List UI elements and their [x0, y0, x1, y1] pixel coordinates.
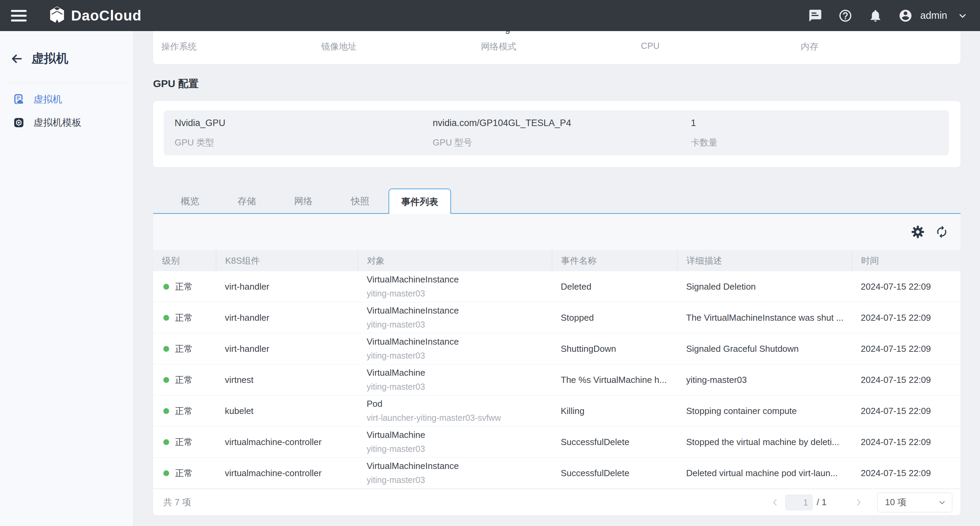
table-row: 正常 virtnest VirtualMachine yiting-master… — [153, 364, 961, 396]
object-type: VirtualMachine — [367, 430, 552, 440]
gpu-field: nvidia.com/GP104GL_TESLA_P4 GPU 型号 — [433, 118, 690, 156]
brand-name: DaoCloud — [71, 8, 142, 24]
time-cell: 2024-07-15 22:09 — [852, 281, 961, 292]
tabs-underline — [153, 213, 961, 214]
tab[interactable]: 概览 — [162, 189, 218, 214]
chat-icon[interactable] — [808, 8, 822, 23]
back-arrow-icon[interactable] — [10, 52, 23, 65]
field-label: 内存 — [800, 41, 961, 52]
component-cell: virtualmachine-controller — [216, 468, 358, 478]
component-cell: virt-handler — [216, 343, 358, 354]
table-row: 正常 virt-handler VirtualMachineInstance y… — [153, 333, 961, 364]
object-type: Pod — [367, 399, 552, 409]
table-row: 正常 virt-handler VirtualMachineInstance y… — [153, 271, 961, 302]
tab-label: 网络 — [294, 196, 313, 206]
user-avatar-icon[interactable] — [898, 8, 913, 23]
table-row: 正常 kubelet Pod virt-launcher-yiting-mast… — [153, 396, 961, 427]
object-name: yiting-master03 — [367, 289, 552, 299]
clipped-value: g — [505, 31, 510, 35]
page-number-input[interactable]: 1 — [785, 494, 813, 510]
object-cell: VirtualMachineInstance yiting-master03 — [358, 275, 552, 299]
tab[interactable]: 存储 — [218, 189, 275, 214]
sidebar-item[interactable]: 虚拟机模板 — [0, 111, 133, 134]
table-header: 级别 K8S组件 对象 事件名称 详细描述 时间 — [153, 250, 961, 271]
status-dot — [163, 284, 169, 290]
page: DaoCloud admin — [0, 0, 980, 526]
tab[interactable]: 快照 — [332, 189, 388, 214]
object-cell: VirtualMachine yiting-master03 — [358, 368, 552, 392]
status-label: 正常 — [175, 405, 193, 417]
select-chevron-down-icon — [938, 498, 947, 507]
time-cell: 2024-07-15 22:09 — [852, 343, 961, 354]
object-cell: Pod virt-launcher-yiting-master03-svfww — [358, 399, 552, 423]
description-cell: Deleted virtual machine pod virt-laun... — [677, 468, 852, 478]
status-label: 正常 — [175, 436, 193, 448]
event-name-cell: Deleted — [552, 281, 677, 292]
status-label: 正常 — [175, 374, 193, 386]
vm-template-icon — [13, 117, 25, 129]
page-size-select[interactable]: 10 项 — [877, 493, 952, 512]
gpu-field-value: nvidia.com/GP104GL_TESLA_P4 — [433, 118, 690, 129]
sidebar-item[interactable]: 虚拟机 — [0, 88, 133, 111]
gpu-section-title: GPU 配置 — [153, 77, 961, 91]
prev-page-chevron-icon[interactable] — [770, 497, 780, 507]
description-cell: Signaled Deletion — [677, 281, 852, 292]
description-cell: Signaled Graceful Shutdown — [677, 343, 852, 354]
object-name: yiting-master03 — [367, 320, 552, 330]
object-name: yiting-master03 — [367, 444, 552, 454]
time-cell: 2024-07-15 22:09 — [852, 375, 961, 385]
component-cell: virtualmachine-controller — [216, 437, 358, 447]
next-page-chevron-icon[interactable] — [854, 497, 864, 507]
user-menu-chevron-down-icon[interactable] — [958, 11, 968, 21]
gpu-field-value: Nvidia_GPU — [175, 118, 433, 129]
table-row: 正常 virtualmachine-controller VirtualMach… — [153, 427, 961, 458]
status-label: 正常 — [175, 343, 193, 355]
events-card: 级别 K8S组件 对象 事件名称 详细描述 时间 — [153, 214, 961, 515]
object-name: yiting-master03 — [367, 475, 552, 485]
status-label: 正常 — [175, 467, 193, 479]
table-row: 正常 virt-handler VirtualMachineInstance y… — [153, 302, 961, 333]
component-cell: kubelet — [216, 406, 358, 416]
object-cell: VirtualMachineInstance yiting-master03 — [358, 337, 552, 361]
sidebar-nav: 虚拟机 虚拟机模板 — [0, 83, 133, 134]
tab[interactable]: 网络 — [275, 189, 332, 214]
event-name-cell: Stopped — [552, 313, 677, 323]
object-cell: VirtualMachineInstance yiting-master03 — [358, 306, 552, 330]
table-body: 正常 virt-handler VirtualMachineInstance y… — [153, 271, 961, 489]
object-type: VirtualMachineInstance — [367, 306, 552, 316]
column-header: 时间 — [852, 250, 961, 271]
settings-gear-icon[interactable] — [911, 225, 924, 239]
time-cell: 2024-07-15 22:09 — [852, 437, 961, 447]
tab[interactable]: 事件列表 — [388, 189, 451, 214]
status-dot — [163, 408, 169, 414]
time-cell: 2024-07-15 22:09 — [852, 468, 961, 478]
description-cell: Stopped the virtual machine by deleti... — [677, 437, 852, 447]
description-cell: The VirtualMachineInstance was shut ... — [677, 313, 852, 323]
level-cell: 正常 — [153, 436, 216, 448]
field-label: 网络模式 — [481, 41, 641, 52]
username[interactable]: admin — [920, 10, 947, 21]
event-name-cell: SuccessfulDelete — [552, 437, 677, 447]
description-cell: yiting-master03 — [677, 375, 852, 385]
total-count: 共 7 项 — [163, 496, 191, 508]
hamburger-menu-icon[interactable] — [11, 7, 27, 24]
vm-doc-cloud-icon — [13, 94, 25, 105]
field-label: 操作系统 — [161, 41, 321, 52]
topbar-right: admin — [792, 8, 968, 23]
event-name-cell: ShuttingDown — [552, 343, 677, 354]
column-header: 事件名称 — [552, 250, 677, 271]
refresh-icon[interactable] — [935, 225, 948, 239]
help-icon[interactable] — [838, 8, 853, 23]
gpu-field-label: GPU 型号 — [433, 137, 690, 149]
column-header: 详细描述 — [677, 250, 852, 271]
field-label: CPU — [641, 41, 800, 52]
event-name-cell: Killing — [552, 406, 677, 416]
field-label: 镜像地址 — [321, 41, 481, 52]
object-type: VirtualMachine — [367, 368, 552, 378]
tab-label: 概览 — [181, 196, 199, 206]
notifications-bell-icon[interactable] — [868, 8, 883, 23]
time-cell: 2024-07-15 22:09 — [852, 406, 961, 416]
status-label: 正常 — [175, 312, 193, 324]
column-header: K8S组件 — [216, 250, 358, 271]
gpu-inner-card: Nvidia_GPU GPU 类型 nvidia.com/GP104GL_TES… — [164, 110, 949, 156]
